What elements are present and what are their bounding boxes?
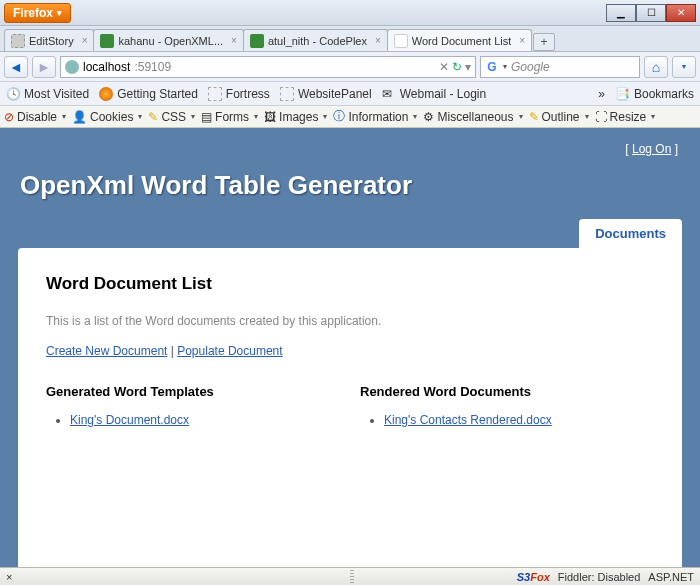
url-host: localhost [83,60,130,74]
google-icon: G [485,60,499,74]
close-addonbar[interactable]: × [6,571,12,583]
back-button[interactable]: ◄ [4,56,28,78]
dropdown-icon[interactable]: ▾ [503,62,507,71]
close-icon[interactable]: × [227,35,237,46]
bookmarks-overflow[interactable]: » [598,87,605,101]
form-icon: ▤ [201,110,212,124]
stop-reload-icon[interactable]: ✕ [439,60,449,74]
nav-tabs: Documents [18,219,682,248]
disable-icon: ⊘ [4,110,14,124]
close-icon[interactable]: × [371,35,381,46]
dev-label: Miscellaneous [437,110,513,124]
navigation-toolbar: ◄ ► localhost:59109 ✕ ↻ ▾ G ▾ Google ⌂ ▾ [0,52,700,82]
aspnet-status[interactable]: ASP.NET [648,571,694,583]
webdev-toolbar: ⊘Disable 👤Cookies ✎CSS ▤Forms 🖼Images ⓘI… [0,106,700,128]
bookmark-label: WebsitePanel [298,87,372,101]
url-bar[interactable]: localhost:59109 ✕ ↻ ▾ [60,56,476,78]
minimize-button[interactable]: ▁ [606,4,636,22]
bookmark-label: Most Visited [24,87,89,101]
tab-editstory[interactable]: EditStory × [4,29,94,51]
mail-icon: ✉ [382,87,396,101]
bookmark-fortress[interactable]: Fortress [208,87,270,101]
dev-label: Forms [215,110,249,124]
dev-images[interactable]: 🖼Images [264,110,327,124]
grip-icon [350,570,354,584]
close-icon[interactable]: × [515,35,525,46]
dev-label: Images [279,110,318,124]
bookmark-label: Bookmarks [634,87,694,101]
gear-icon: ⚙ [423,110,434,124]
fiddler-status[interactable]: Fiddler: Disabled [558,571,641,583]
status-bar: × S3Fox Fiddler: Disabled ASP.NET [0,567,700,585]
dev-label: Outline [542,110,580,124]
info-icon: ⓘ [333,108,345,125]
history-icon: 🕓 [6,87,20,101]
dev-label: CSS [161,110,186,124]
bookmark-websitepanel[interactable]: WebsitePanel [280,87,372,101]
tab-wordlist[interactable]: Word Document List × [387,29,532,51]
logon-link[interactable]: Log On [632,142,671,156]
tab-atul[interactable]: atul_nith - CodePlex × [243,29,388,51]
app-title: OpenXml Word Table Generator [18,166,682,219]
bookmarks-menu[interactable]: 📑Bookmarks [615,87,694,101]
dev-miscellaneous[interactable]: ⚙Miscellaneous [423,110,522,124]
dev-label: Disable [17,110,57,124]
close-button[interactable]: ✕ [666,4,696,22]
bookmarks-icon: 📑 [615,87,630,101]
window-controls: ▁ ☐ ✕ [606,4,696,22]
dev-forms[interactable]: ▤Forms [201,110,258,124]
reload-icon[interactable]: ↻ [452,60,462,74]
dev-disable[interactable]: ⊘Disable [4,110,66,124]
close-icon[interactable]: × [78,35,88,46]
tab-kahanu[interactable]: kahanu - OpenXML... × [93,29,243,51]
url-actions: ✕ ↻ ▾ [439,60,471,74]
bookmark-mostvisited[interactable]: 🕓Most Visited [6,87,89,101]
column-heading: Generated Word Templates [46,384,340,399]
new-tab-button[interactable]: + [533,33,555,51]
dev-label: Cookies [90,110,133,124]
dev-label: Resize [610,110,647,124]
dropdown-icon[interactable]: ▾ [465,60,471,74]
main-panel: Word Document List This is a list of the… [18,248,682,567]
create-document-link[interactable]: Create New Document [46,344,167,358]
tab-documents[interactable]: Documents [579,219,682,248]
page-heading: Word Document List [46,274,654,294]
action-links: Create New Document | Populate Document [46,344,654,358]
tab-label: atul_nith - CodePlex [268,35,367,47]
bookmark-webmail[interactable]: ✉Webmail - Login [382,87,486,101]
rendered-file-link[interactable]: King's Contacts Rendered.docx [384,413,552,427]
column-heading: Rendered Word Documents [360,384,654,399]
dev-outline[interactable]: ✎Outline [529,110,589,124]
pencil-icon: ✎ [529,110,539,124]
dev-information[interactable]: ⓘInformation [333,108,417,125]
tab-label: Word Document List [412,35,511,47]
list-item: King's Contacts Rendered.docx [384,411,654,429]
maximize-button[interactable]: ☐ [636,4,666,22]
list-item: King's Document.docx [70,411,340,429]
downloads-button[interactable]: ▾ [672,56,696,78]
codeplex-icon [100,34,114,48]
person-icon: 👤 [72,110,87,124]
page-icon [280,87,294,101]
pencil-icon: ✎ [148,110,158,124]
image-icon: 🖼 [264,110,276,124]
codeplex-icon [250,34,264,48]
template-file-link[interactable]: King's Document.docx [70,413,189,427]
dev-resize[interactable]: ⛶Resize [595,110,656,124]
firefox-menu-button[interactable]: Firefox [4,3,71,23]
login-area: [ Log On ] [18,140,682,166]
firefox-icon [99,87,113,101]
s3fox-status[interactable]: S3Fox [517,571,550,583]
populate-document-link[interactable]: Populate Document [177,344,282,358]
browser-tabstrip: EditStory × kahanu - OpenXML... × atul_n… [0,26,700,52]
window-titlebar: Firefox ▁ ☐ ✕ [0,0,700,26]
home-button[interactable]: ⌂ [644,56,668,78]
tab-label: EditStory [29,35,74,47]
bookmark-gettingstarted[interactable]: Getting Started [99,87,198,101]
site-identity-icon [65,60,79,74]
forward-button[interactable]: ► [32,56,56,78]
search-box[interactable]: G ▾ Google [480,56,640,78]
dev-css[interactable]: ✎CSS [148,110,195,124]
dev-cookies[interactable]: 👤Cookies [72,110,142,124]
tab-label: kahanu - OpenXML... [118,35,223,47]
